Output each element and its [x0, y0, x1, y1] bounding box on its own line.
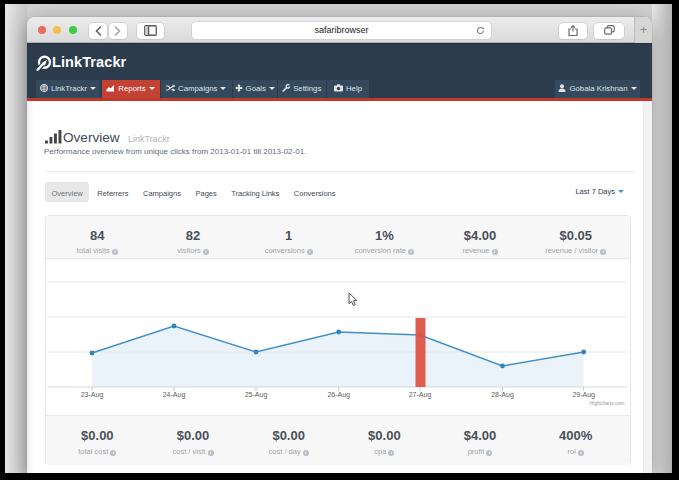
svg-text:28-Aug: 28-Aug — [491, 391, 514, 399]
svg-text:23-Aug: 23-Aug — [81, 391, 104, 399]
svg-text:27-Aug: 27-Aug — [409, 391, 432, 399]
svg-text:29-Aug: 29-Aug — [572, 391, 595, 399]
svg-text:24-Aug: 24-Aug — [163, 391, 186, 399]
svg-text:26-Aug: 26-Aug — [327, 391, 350, 399]
svg-text:Highcharts.com: Highcharts.com — [590, 400, 625, 406]
svg-text:25-Aug: 25-Aug — [245, 391, 268, 399]
